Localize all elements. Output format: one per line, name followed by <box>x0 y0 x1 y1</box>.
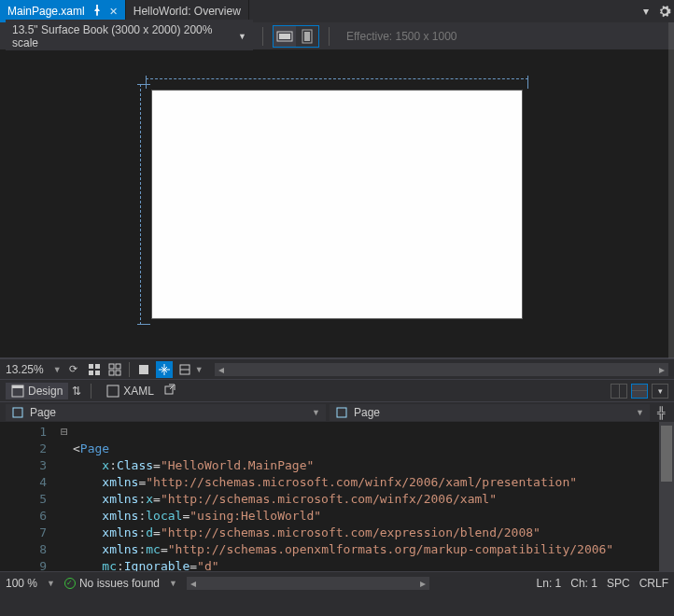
design-toolbar: 13.5" Surface Book (3000 x 2000) 200% sc… <box>0 22 674 50</box>
chevron-down-icon: ▼ <box>312 408 320 417</box>
portrait-button[interactable] <box>296 26 318 47</box>
svg-rect-18 <box>13 408 22 417</box>
svg-rect-19 <box>337 408 346 417</box>
element-icon <box>335 406 348 419</box>
chevron-down-icon[interactable]: ▼ <box>47 579 55 588</box>
scroll-left-icon[interactable]: ◂ <box>187 577 200 590</box>
issues-indicator[interactable]: ✓ No issues found <box>64 577 160 590</box>
line-ending-mode[interactable]: CRLF <box>639 577 668 590</box>
snap-grid-icon[interactable] <box>156 361 173 378</box>
refresh-icon[interactable]: ⟳ <box>65 361 82 378</box>
design-horizontal-scrollbar[interactable]: ◂ ▸ <box>215 363 668 376</box>
vertical-scrollbar[interactable] <box>668 22 674 358</box>
divider <box>91 384 91 399</box>
tab-label: MainPage.xaml <box>7 5 85 18</box>
collapse-pane-button[interactable]: ▾ <box>652 384 668 399</box>
svg-rect-10 <box>109 371 114 375</box>
fit-all-icon[interactable] <box>86 361 103 378</box>
scroll-right-icon[interactable]: ▸ <box>416 577 429 590</box>
design-pane-tab[interactable]: Design <box>6 383 68 399</box>
xaml-nav-bar: Page ▼ Page ▼ ╬ <box>0 401 674 422</box>
fit-selection-icon[interactable] <box>106 361 123 378</box>
cursor-column[interactable]: Ch: 1 <box>570 577 597 590</box>
device-preview-label: 13.5" Surface Book (3000 x 2000) 200% sc… <box>12 23 238 49</box>
svg-rect-15 <box>12 385 23 388</box>
ok-icon: ✓ <box>64 578 76 589</box>
effective-resolution-label: Effective: 1500 x 1000 <box>346 30 457 43</box>
issues-label: No issues found <box>79 577 160 590</box>
scrollbar-thumb[interactable] <box>661 426 672 482</box>
settings-gear-icon[interactable] <box>655 0 674 22</box>
xaml-pane-tab[interactable]: XAML <box>101 383 160 399</box>
snap-lines-icon[interactable] <box>176 361 193 378</box>
divider <box>262 27 263 46</box>
indent-mode[interactable]: SPC <box>607 577 630 590</box>
close-icon[interactable]: ✕ <box>109 6 118 18</box>
element-icon <box>11 406 24 419</box>
design-pane-label: Design <box>28 385 63 398</box>
editor-status-bar: 100 % ▼ ✓ No issues found ▼ ◂ ▸ Ln: 1 Ch… <box>0 571 674 594</box>
editor-zoom-level[interactable]: 100 % <box>6 577 37 590</box>
design-icon <box>11 385 24 398</box>
cursor-line[interactable]: Ln: 1 <box>537 577 562 590</box>
ruler-horizontal <box>146 78 528 86</box>
svg-rect-12 <box>139 365 148 374</box>
svg-rect-7 <box>95 371 100 375</box>
chevron-down-icon[interactable]: ▼ <box>169 579 177 588</box>
add-nav-button[interactable]: ╬ <box>653 406 668 419</box>
element-member-select[interactable]: Page ▼ <box>330 404 650 421</box>
chevron-down-icon: ▼ <box>636 408 644 417</box>
canvas-wrap <box>151 90 523 319</box>
scroll-right-icon[interactable]: ▸ <box>655 363 668 376</box>
orientation-toggle <box>273 25 319 48</box>
swap-panes-icon[interactable]: ⇅ <box>72 385 81 398</box>
landscape-button[interactable] <box>274 26 296 47</box>
pin-icon[interactable] <box>91 4 104 20</box>
svg-rect-6 <box>89 371 93 375</box>
chevron-down-icon: ▼ <box>238 32 246 41</box>
divider <box>329 27 330 46</box>
xaml-pane-label: XAML <box>123 385 154 398</box>
svg-rect-11 <box>116 371 120 375</box>
svg-rect-8 <box>109 364 114 369</box>
element-scope-select[interactable]: Page ▼ <box>6 404 326 421</box>
svg-rect-3 <box>304 32 310 41</box>
design-zoom-level[interactable]: 13.25% <box>6 363 44 376</box>
fold-toggle-icon[interactable]: ⊟ <box>56 424 73 441</box>
line-number-gutter: 123 456 789 <box>0 422 56 571</box>
split-pane-header: Design ⇅ XAML ▾ <box>0 379 674 401</box>
divider <box>129 362 130 377</box>
ruler-vertical <box>140 84 147 325</box>
svg-rect-9 <box>116 364 120 369</box>
xaml-editor[interactable]: 123 456 789 ⊟ <Page x:Class="HelloWorld.… <box>0 422 674 571</box>
device-preview-select[interactable]: 13.5" Surface Book (3000 x 2000) 200% sc… <box>6 20 253 53</box>
svg-rect-4 <box>89 364 93 369</box>
code-content[interactable]: <Page x:Class="HelloWorld.MainPage" xmln… <box>73 422 674 571</box>
effects-icon[interactable] <box>135 361 152 378</box>
element-member-label: Page <box>354 406 380 419</box>
svg-rect-5 <box>95 364 100 369</box>
svg-rect-16 <box>107 385 119 397</box>
design-surface[interactable] <box>0 50 674 358</box>
popout-icon[interactable] <box>163 383 176 399</box>
design-status-bar: 13.25% ▼ ⟳ ▼ ◂ ▸ <box>0 358 674 379</box>
split-horizontal-button[interactable] <box>631 384 648 399</box>
chevron-down-icon[interactable]: ▼ <box>195 365 204 374</box>
element-scope-label: Page <box>30 406 56 419</box>
xaml-icon <box>106 385 119 398</box>
split-vertical-button[interactable] <box>611 384 627 399</box>
scroll-left-icon[interactable]: ◂ <box>215 363 228 376</box>
editor-vertical-scrollbar[interactable] <box>659 422 674 571</box>
chevron-down-icon[interactable]: ▼ <box>53 365 62 374</box>
tab-label: HelloWorld: Overview <box>133 5 241 18</box>
active-files-dropdown-icon[interactable]: ▾ <box>637 0 655 22</box>
editor-horizontal-scrollbar[interactable]: ◂ ▸ <box>187 577 429 590</box>
page-canvas[interactable] <box>151 90 523 319</box>
fold-gutter[interactable]: ⊟ <box>56 422 73 571</box>
svg-rect-1 <box>279 34 290 39</box>
